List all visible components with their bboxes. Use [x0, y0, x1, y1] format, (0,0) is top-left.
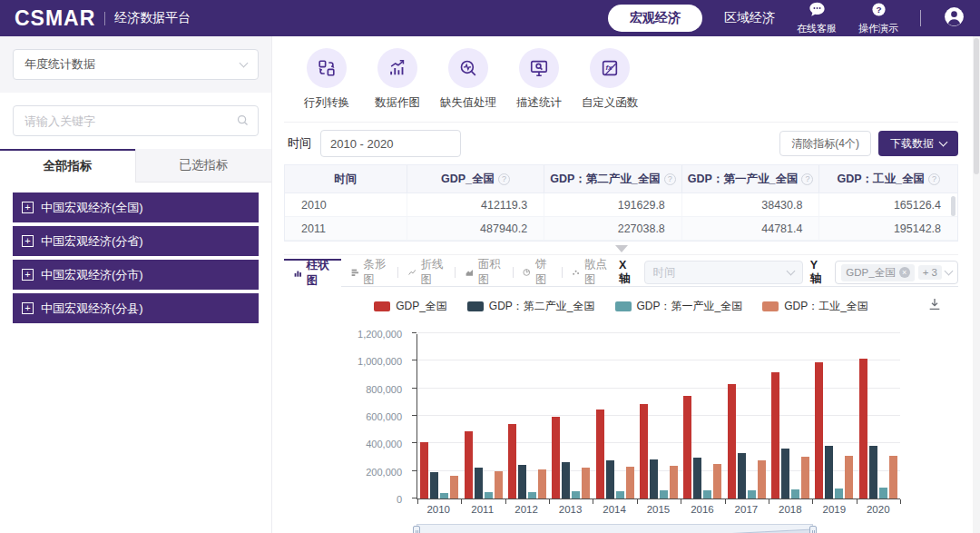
chart-bar	[606, 460, 614, 498]
plot-data-icon	[377, 48, 417, 88]
y-axis-tick	[412, 498, 416, 498]
expand-plus-icon[interactable]: +	[22, 269, 34, 281]
tree-item[interactable]: + 中国宏观经济(全国)	[13, 192, 259, 222]
online-service-label: 在线客服	[797, 22, 837, 35]
expand-plus-icon[interactable]: +	[22, 202, 34, 213]
x-axis-select[interactable]: 时间	[644, 261, 803, 284]
dataset-select[interactable]: 年度统计数据	[13, 49, 259, 80]
online-service-button[interactable]: 在线客服	[797, 2, 837, 35]
tab-selected-indicators[interactable]: 已选指标	[135, 149, 271, 183]
x-tick-label: 2020	[857, 504, 900, 515]
chart-bar	[430, 472, 438, 498]
table-cell: 2010	[285, 193, 407, 216]
toolbar-transpose-button[interactable]: 行列转换	[297, 48, 357, 111]
x-tick-label: 2016	[681, 504, 724, 515]
table-cell: 2011	[285, 217, 407, 240]
chart-bar	[552, 417, 560, 498]
toolbar-item-label: 行列转换	[304, 95, 349, 111]
y-axis-tick-labels: 0200,000400,000600,000800,0001,000,0001,…	[284, 334, 409, 499]
chart-bar	[465, 431, 473, 498]
table-cell: 191629.8	[544, 193, 682, 216]
chevron-down-icon	[945, 267, 954, 276]
legend-label: GDP_全国	[396, 299, 447, 314]
help-icon[interactable]: ?	[498, 173, 510, 185]
datazoom-left-handle[interactable]	[413, 526, 420, 533]
y-tick-label: 400,000	[284, 439, 402, 449]
product-name: 经济数据平台	[114, 10, 191, 26]
toolbar-custom-function-button[interactable]: fx 自定义函数	[580, 48, 640, 111]
clear-indicators-button[interactable]: 清除指标(4个)	[779, 131, 871, 156]
table-cell: 38430.8	[682, 193, 820, 216]
toolbar-descriptive-stats-button[interactable]: 描述统计	[509, 48, 569, 111]
y-tick-label: 600,000	[284, 411, 402, 422]
tab-bar-chart[interactable]: 条形图	[341, 259, 398, 287]
nav-macro-economy[interactable]: 宏观经济	[608, 5, 702, 32]
keyword-search-input[interactable]	[13, 105, 259, 136]
page-scrollbar-thumb[interactable]	[974, 38, 979, 174]
bar-group	[505, 334, 549, 498]
table-scrollbar[interactable]	[951, 196, 956, 216]
legend-item[interactable]: GDP：第二产业_全国	[467, 299, 595, 314]
chart-bar	[758, 460, 766, 498]
expand-plus-icon[interactable]: +	[22, 302, 34, 314]
tab-area-chart[interactable]: 面积图	[456, 259, 513, 287]
x-tick-label: 2017	[724, 504, 768, 515]
help-icon[interactable]: ?	[664, 173, 676, 185]
nav-regional-economy[interactable]: 区域经济	[724, 10, 775, 26]
chart-bar	[693, 458, 701, 498]
indicator-tree: + 中国宏观经济(全国) + 中国宏观经济(分省) + 中国宏观经济(分市) +…	[0, 183, 271, 337]
chart-bar	[640, 404, 648, 499]
x-tick-label: 2012	[505, 504, 548, 515]
tree-item[interactable]: + 中国宏观经济(分县)	[13, 293, 259, 323]
datazoom-slider[interactable]	[416, 524, 813, 533]
sidebar: 年度统计数据 全部指标 已选指标 + 中国宏观经济(全国) + 中国宏观经济(分…	[0, 36, 272, 533]
y-tick-label: 1,000,000	[284, 356, 402, 367]
chart-bar	[660, 490, 668, 498]
toolbar-plot-data-button[interactable]: 数据作图	[368, 48, 427, 111]
chart-bar	[791, 489, 799, 498]
table-expand-arrow-icon[interactable]	[615, 245, 628, 252]
chart-bar	[508, 424, 516, 498]
search-icon[interactable]	[236, 114, 250, 131]
legend-item[interactable]: GDP：第一产业_全国	[615, 299, 743, 314]
column-header: 时间	[285, 165, 407, 192]
y-axis-select[interactable]: GDP_全国 × + 3	[835, 261, 958, 284]
x-tick-label: 2019	[812, 504, 856, 515]
remove-tag-icon[interactable]: ×	[899, 267, 910, 278]
help-icon[interactable]: ?	[928, 173, 940, 185]
divider	[284, 254, 958, 255]
legend-item[interactable]: GDP_全国	[374, 299, 447, 314]
datazoom-right-handle[interactable]	[809, 526, 817, 533]
tree-item[interactable]: + 中国宏观经济(分省)	[13, 226, 259, 256]
tab-all-indicators[interactable]: 全部指标	[0, 149, 135, 183]
data-table: 时间GDP_全国?GDP：第二产业_全国?GDP：第一产业_全国?GDP：工业_…	[284, 164, 958, 242]
y-axis-tick	[412, 442, 416, 443]
toolbar-missing-value-button[interactable]: 缺失值处理	[438, 48, 498, 111]
chevron-down-icon	[939, 138, 948, 147]
datazoom-shadow	[416, 524, 813, 533]
tree-item-label: 中国宏观经济(分省)	[41, 233, 143, 250]
demo-button[interactable]: ? 操作演示	[858, 2, 898, 35]
export-chart-icon[interactable]	[927, 297, 942, 315]
tab-line-chart[interactable]: 折线图	[398, 259, 456, 287]
expand-plus-icon[interactable]: +	[22, 235, 34, 247]
tree-item[interactable]: + 中国宏观经济(分市)	[13, 260, 259, 290]
tab-column-chart[interactable]: 柱状图	[284, 259, 341, 287]
toolbar-item-label: 描述统计	[516, 95, 562, 111]
page-scrollbar[interactable]	[973, 36, 980, 533]
logo-divider	[104, 12, 105, 25]
descriptive-stats-icon	[519, 48, 559, 88]
time-range-input[interactable]	[320, 130, 461, 157]
tab-pie-chart[interactable]: 饼图	[513, 259, 561, 287]
toolbar-item-label: 自定义函数	[582, 95, 639, 111]
csmar-logo: CSMAR	[15, 6, 95, 31]
header-divider	[920, 10, 921, 26]
tab-scatter-chart[interactable]: 散点图	[562, 259, 619, 287]
help-icon[interactable]: ?	[801, 173, 813, 185]
chart-plot-area	[416, 334, 900, 499]
download-data-button[interactable]: 下载数据	[878, 131, 958, 156]
bar-group	[417, 334, 461, 498]
user-avatar[interactable]	[943, 5, 965, 32]
legend-item[interactable]: GDP：工业_全国	[762, 299, 868, 314]
bar-chart: 0200,000400,000600,000800,0001,000,0001,…	[284, 323, 958, 518]
